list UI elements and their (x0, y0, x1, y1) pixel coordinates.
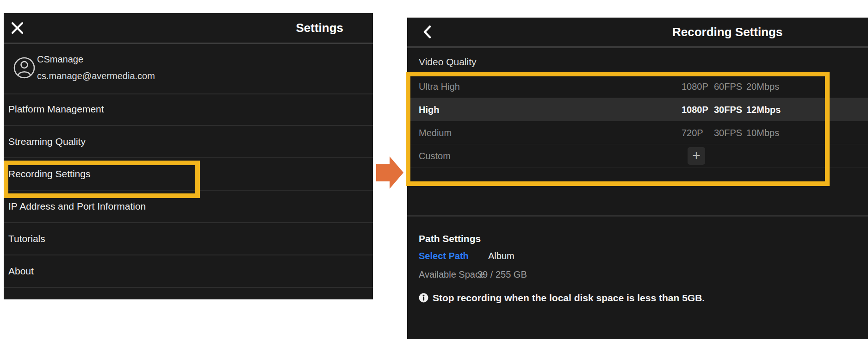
menu-item-tutorials[interactable]: Tutorials (4, 223, 373, 255)
quality-option-high[interactable]: High 1080P 30FPS 12Mbps (407, 98, 868, 121)
close-icon[interactable] (11, 22, 24, 34)
menu-item-streaming-quality[interactable]: Streaming Quality (4, 126, 373, 158)
tutorial-canvas: Settings CSmanage cs.manage@avermedia.co… (0, 0, 868, 354)
quality-label: Custom (419, 144, 451, 168)
quality-option-ultra-high[interactable]: Ultra High 1080P 60FPS 20Mbps (407, 75, 868, 98)
menu-item-recording-settings[interactable]: Recording Settings (4, 158, 373, 191)
select-path-row: Select Path Album (407, 249, 868, 263)
video-quality-label: Video Quality (419, 53, 477, 71)
section-divider (407, 215, 868, 217)
quality-resolution: 1080P (682, 75, 708, 98)
quality-fps: 60FPS (714, 75, 742, 98)
menu-item-ip-address-port[interactable]: IP Address and Port Information (4, 191, 373, 223)
selected-path-value: Album (488, 249, 515, 263)
disk-space-note: Stop recording when the local disk space… (433, 291, 705, 305)
quality-resolution: 720P (682, 121, 703, 144)
video-quality-list: Ultra High 1080P 60FPS 20Mbps High 1080P… (407, 75, 868, 168)
settings-header: Settings (4, 13, 373, 44)
recording-settings-screen: Recording Settings Video Quality Ultra H… (407, 18, 868, 339)
available-space-row: Available Space 39 / 255 GB (407, 267, 868, 281)
available-space-value: 39 / 255 GB (477, 267, 527, 281)
back-chevron-icon[interactable] (423, 25, 431, 38)
quality-option-custom[interactable]: Custom + (407, 144, 868, 168)
path-settings-heading: Path Settings (419, 231, 481, 246)
add-custom-quality-button[interactable]: + (688, 147, 705, 165)
quality-resolution: 1080P (682, 98, 708, 121)
menu-item-about[interactable]: About (4, 255, 373, 288)
quality-label: Medium (419, 121, 452, 144)
quality-label: High (419, 98, 439, 121)
quality-bitrate: 12Mbps (746, 98, 781, 121)
quality-label: Ultra High (419, 75, 460, 98)
settings-menu: Platform Management Streaming Quality Re… (4, 93, 373, 288)
profile-row[interactable]: CSmanage cs.manage@avermedia.com (4, 43, 373, 94)
settings-screen: Settings CSmanage cs.manage@avermedia.co… (4, 13, 373, 299)
quality-option-medium[interactable]: Medium 720P 30FPS 10Mbps (407, 121, 868, 144)
profile-name: CSmanage (37, 54, 83, 65)
quality-bitrate: 20Mbps (746, 75, 779, 98)
info-icon (419, 293, 428, 303)
arrow-right-icon (375, 154, 406, 191)
quality-fps: 30FPS (714, 98, 742, 121)
user-avatar-icon (13, 57, 35, 79)
menu-item-platform-management[interactable]: Platform Management (4, 93, 373, 126)
recording-settings-title: Recording Settings (672, 18, 782, 46)
disk-space-note-row: Stop recording when the local disk space… (407, 291, 868, 305)
select-path-link[interactable]: Select Path (419, 249, 469, 263)
quality-bitrate: 10Mbps (746, 121, 779, 144)
settings-title: Settings (296, 13, 343, 43)
available-space-label: Available Space (419, 267, 485, 281)
quality-fps: 30FPS (714, 121, 742, 144)
profile-email: cs.manage@avermedia.com (37, 71, 155, 81)
recording-settings-header: Recording Settings (407, 18, 868, 48)
